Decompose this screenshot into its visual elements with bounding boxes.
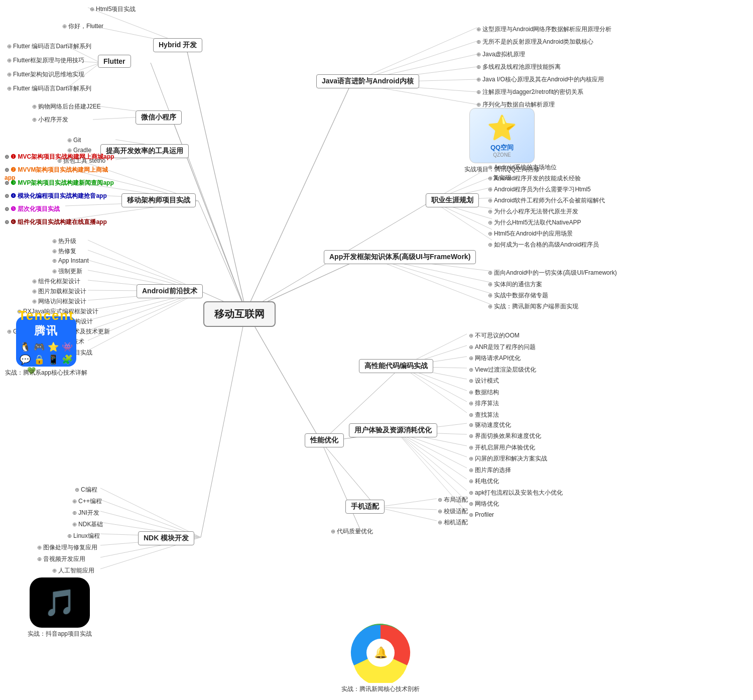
leaf-hotupgrade: 热升级 — [50, 236, 78, 247]
svg-line-6 — [201, 311, 246, 537]
leaf-mini-prog: 小程序开发 — [30, 114, 70, 125]
leaf-annotation: 注解原理与dagger2/retrofit的密切关系 — [474, 87, 585, 97]
leaf-git: Git — [65, 136, 83, 145]
leaf-io: Java I/O核心原理及其在Android中的内核应用 — [474, 74, 606, 85]
leaf-oom: 不可思议的OOM — [467, 330, 522, 341]
qq-news-logo: 🔔 — [348, 623, 413, 683]
leaf-senior-dev: 如何成为一名合格的高级Android程序员 — [486, 240, 601, 250]
leaf-network-opt: 网络优化 — [467, 499, 501, 509]
leaf-html5-native: 为什么Html5无法取代NativeAPP — [486, 217, 583, 228]
leaf-news-ui: 实战：腾讯新闻客户端界面实现 — [486, 301, 580, 312]
leaf-flutter-dart: Flutter 编码语言Dart详解系列 — [5, 41, 93, 52]
leaf-mvp: ❸ MVP架构项目实战构建新闻查阅app — [3, 178, 118, 188]
leaf-cpp: C++编程 — [70, 496, 104, 507]
leaf-camera-compat: 相机适配 — [436, 517, 470, 528]
svg-line-0 — [186, 45, 246, 311]
branch-perf-code[interactable]: 高性能代码编码实战 — [359, 359, 433, 373]
branch-phone-compat[interactable]: 手机适配 — [345, 500, 385, 514]
leaf-search: 查找算法 — [467, 410, 501, 420]
tencent-label: 实战：腾讯系app核心技术详解 — [5, 369, 87, 377]
leaf-splash: 闪屏的原理和解决方案实战 — [467, 453, 549, 464]
leaf-apk: apk打包流程以及安装包大小优化 — [467, 488, 565, 498]
branch-arch[interactable]: 移动架构师项目实战 — [121, 193, 196, 207]
svg-line-90 — [88, 291, 201, 351]
leaf-api-opt: 网络请求API优化 — [467, 353, 523, 364]
tencent-logo: Tencent 腾讯 🐧🎮⭐👾 💬🔒📱🧩 💚微信支付 — [16, 316, 76, 367]
svg-line-64 — [397, 432, 467, 479]
leaf-c: C编程 — [73, 485, 99, 495]
leaf-view-opt: View过渡渲染层级优化 — [467, 365, 538, 375]
branch-hybrid[interactable]: Hybrid 开发 — [153, 38, 202, 52]
leaf-comm-plan: 实体间的通信方案 — [486, 279, 544, 290]
svg-line-1 — [151, 63, 246, 311]
leaf-boot: 开机启屏用户体验优化 — [467, 442, 537, 453]
leaf-data-structure: 数据结构 — [467, 387, 501, 398]
qq-news-label: 实战：腾讯新闻核心技术剖析 — [341, 685, 420, 693]
leaf-flutter-mindmap: Flutter架构知识思维地实现 — [5, 69, 86, 80]
leaf-profiler: Profiler — [467, 510, 496, 519]
branch-wechat[interactable]: 微信小程序 — [136, 110, 182, 125]
leaf-force-update: 强制更新 — [50, 266, 84, 277]
leaf-android-skill: Android程序开发的技能成长经验 — [486, 173, 583, 184]
leaf-anim-opt: 驱动速度优化 — [467, 420, 513, 430]
leaf-html5-android: Html5在Android中的应用场景 — [486, 228, 575, 239]
svg-line-14 — [321, 442, 361, 532]
leaf-jni: JNI开发 — [70, 508, 101, 518]
leaf-jvm: Java虚拟机原理 — [474, 49, 527, 60]
branch-android-frontier[interactable]: Android前沿技术 — [137, 284, 203, 298]
branch-ndk[interactable]: NDK 模块开发 — [138, 531, 194, 545]
leaf-linux: Linux编程 — [65, 531, 102, 541]
leaf-shop-j2ee: 购物网络后台搭建J2EE — [30, 101, 103, 112]
svg-line-7 — [246, 83, 351, 311]
leaf-design-pattern: 设计模式 — [467, 376, 501, 386]
leaf-reflect: 无所不是的反射原理及Android类加载核心 — [474, 37, 595, 47]
leaf-ai: 人工智能应用 — [50, 565, 96, 576]
leaf-level-compat: 校级适配 — [436, 506, 470, 517]
tiktok-image-node: 🎵 实战：抖音app项目实战 — [28, 577, 92, 638]
leaf-app-instant: App Instant — [50, 256, 91, 265]
svg-line-70 — [376, 507, 437, 521]
leaf-flutter-framework: Flutter框架原理与使用技巧 — [5, 55, 86, 66]
leaf-android-entity: 面向Android中的一切实体(高级UI/Framework) — [486, 268, 619, 278]
branch-java-android[interactable]: Java语言进阶与Android内核 — [316, 74, 419, 88]
leaf-thread: 多线程及线程池原理技能拆离 — [474, 62, 563, 72]
leaf-ndk-base: NDK基础 — [70, 519, 105, 530]
branch-user-exp[interactable]: 用户体验及资源消耗优化 — [349, 423, 437, 437]
qq-news-image-node: 🔔 实战：腾讯新闻核心技术剖析 — [341, 623, 420, 693]
svg-line-65 — [397, 432, 467, 491]
leaf-anr: ANR是毁了程序的问题 — [467, 342, 538, 353]
leaf-ui-switch: 界面切换效果和速度优化 — [467, 431, 543, 441]
svg-line-58 — [402, 367, 467, 413]
svg-line-71 — [100, 488, 201, 537]
leaf-battery: 耗电优化 — [467, 476, 501, 487]
leaf-mvc: ❶ MVC架构项目实战构建网上商城app — [3, 152, 118, 162]
branch-career[interactable]: 职业生涯规划 — [426, 193, 479, 207]
leaf-network-design: 网络访问框架设计 — [30, 296, 88, 307]
qq-space-logo: ⭐ QQ空间 QZONE — [469, 108, 535, 163]
leaf-hotfix: 热修复 — [50, 246, 78, 257]
leaf-code-quality: 代码质量优化 — [329, 526, 375, 537]
leaf-image-proc: 图像处理与修复应用 — [35, 542, 99, 553]
leaf-android-frontend: Android软件工程师为什么不会被前端解代 — [486, 195, 607, 206]
branch-flutter[interactable]: Flutter — [98, 55, 131, 68]
leaf-modular: ❹ 模块化编程项目实战构建抢音app — [3, 191, 118, 201]
branch-performance[interactable]: 性能优化 — [305, 433, 344, 447]
branch-app-framework[interactable]: App开发框架知识体系(高级UI与FrameWork) — [324, 250, 476, 264]
leaf-image-lib: 图片库的选择 — [467, 465, 513, 476]
leaf-android-html5: Android程序员为什么需要学习Html5 — [486, 184, 593, 195]
leaf-html5: Html5项目实战 — [88, 4, 138, 15]
svg-text:🔔: 🔔 — [374, 646, 388, 659]
leaf-layered: ❺ 层次化项目实战 — [3, 204, 118, 214]
connection-lines — [0, 0, 753, 700]
svg-line-4 — [198, 201, 246, 311]
center-node[interactable]: 移动互联网 — [203, 301, 276, 327]
leaf-android-market: Android系统的市场地位 — [486, 162, 559, 173]
svg-line-10 — [246, 311, 321, 442]
svg-line-13 — [321, 442, 376, 507]
tiktok-label: 实战：抖音app项目实战 — [28, 630, 92, 638]
leaf-flutter-dart2: Flutter 编码语言Dart详解系列 — [5, 83, 93, 94]
svg-line-68 — [376, 499, 437, 507]
svg-line-79 — [88, 240, 201, 291]
svg-line-66 — [397, 432, 467, 502]
leaf-data-storage: 实战中数据存储专题 — [486, 290, 550, 301]
